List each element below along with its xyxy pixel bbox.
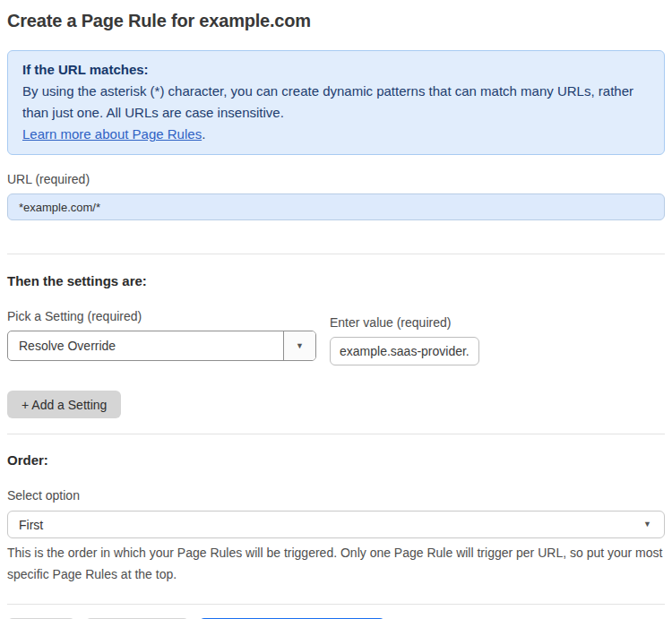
url-match-info-box: If the URL matches: By using the asteris… (7, 50, 665, 155)
setting-value-input[interactable] (330, 337, 479, 365)
setting-value-group: Enter value (required) (330, 309, 479, 365)
order-section-heading: Order: (7, 452, 665, 468)
page-title: Create a Page Rule for example.com (7, 11, 665, 31)
url-field-label: URL (required) (7, 172, 665, 186)
order-select-label: Select option (7, 488, 665, 503)
setting-picker-label: Pick a Setting (required) (7, 309, 316, 323)
divider (7, 254, 665, 254)
add-setting-button[interactable]: + Add a Setting (7, 391, 121, 418)
chevron-down-icon: ▼ (296, 342, 304, 350)
divider (7, 434, 665, 434)
link-suffix: . (202, 126, 205, 142)
setting-picker-dropdown[interactable]: Resolve Override ▼ (7, 331, 316, 361)
info-box-body: By using the asterisk (*) character, you… (22, 81, 650, 124)
order-help-text: This is the order in which your Page Rul… (7, 542, 665, 585)
url-input[interactable] (7, 193, 665, 220)
setting-picker-arrow-button[interactable]: ▼ (283, 331, 315, 360)
chevron-down-icon: ▼ (643, 520, 651, 529)
value-field-label: Enter value (required) (330, 315, 479, 330)
order-selected-value: First (19, 518, 43, 532)
info-box-heading: If the URL matches: (22, 59, 650, 81)
settings-section-heading: Then the settings are: (7, 273, 665, 288)
learn-more-link[interactable]: Learn more about Page Rules (22, 126, 202, 142)
divider (7, 604, 665, 605)
setting-picker-selected-value: Resolve Override (8, 331, 283, 360)
create-page-rule-form: Create a Page Rule for example.com If th… (0, 11, 672, 619)
info-box-link-line: Learn more about Page Rules. (22, 124, 650, 145)
order-select-dropdown[interactable]: First ▼ (7, 511, 665, 538)
setting-picker-group: Pick a Setting (required) Resolve Overri… (7, 309, 316, 361)
setting-row: Pick a Setting (required) Resolve Overri… (7, 309, 665, 365)
